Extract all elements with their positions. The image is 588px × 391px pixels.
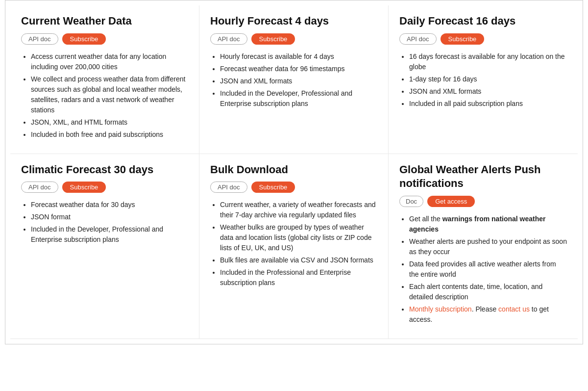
list-item: Each alert contents date, time, location… bbox=[409, 282, 567, 302]
list-item: Included in all paid subscription plans bbox=[409, 99, 567, 109]
api-doc-button-hourly-forecast[interactable]: API doc bbox=[210, 33, 247, 45]
main-container: Current Weather Data API doc Subscribe A… bbox=[5, 0, 583, 344]
doc-button-global-weather-alerts[interactable]: Doc bbox=[399, 196, 423, 207]
btn-row-global-weather-alerts: Doc Get access bbox=[399, 196, 567, 207]
card-title-global-weather-alerts: Global Weather Alerts Push notifications bbox=[399, 163, 567, 191]
card-daily-forecast: Daily Forecast 16 days API doc Subscribe… bbox=[389, 5, 578, 154]
list-item: Hourly forecast is available for 4 days bbox=[220, 52, 377, 62]
btn-row-bulk-download: API doc Subscribe bbox=[210, 182, 377, 193]
features-list-climatic-forecast: Forecast weather data for 30 days JSON f… bbox=[21, 200, 188, 245]
list-item: JSON and XML formats bbox=[409, 86, 567, 97]
api-doc-button-climatic-forecast[interactable]: API doc bbox=[21, 182, 58, 193]
list-item: We collect and process weather data from… bbox=[31, 74, 188, 115]
list-item: Included in the Professional and Enterpr… bbox=[220, 267, 377, 288]
contact-us-link[interactable]: contact us bbox=[498, 305, 530, 313]
list-item: Forecast weather data for 96 timestamps bbox=[220, 64, 377, 74]
list-item: Current weather, a variety of weather fo… bbox=[220, 200, 377, 220]
card-title-daily-forecast: Daily Forecast 16 days bbox=[399, 14, 567, 28]
list-item: Bulk files are available via CSV and JSO… bbox=[220, 255, 377, 265]
api-doc-button-bulk-download[interactable]: API doc bbox=[210, 182, 247, 193]
list-item: Data feed provides all active weather al… bbox=[409, 259, 567, 280]
card-current-weather: Current Weather Data API doc Subscribe A… bbox=[10, 5, 199, 154]
btn-row-hourly-forecast: API doc Subscribe bbox=[210, 33, 377, 45]
list-item: Weather alerts are pushed to your endpoi… bbox=[409, 236, 567, 257]
subscribe-button-hourly-forecast[interactable]: Subscribe bbox=[251, 33, 295, 45]
list-item: JSON and XML formats bbox=[220, 76, 377, 86]
monthly-subscription-link[interactable]: Monthly subscription bbox=[409, 305, 472, 313]
api-doc-button-daily-forecast[interactable]: API doc bbox=[399, 33, 437, 45]
get-access-button-global-weather-alerts[interactable]: Get access bbox=[427, 196, 475, 207]
list-item: Get all the warnings from national weath… bbox=[409, 214, 567, 235]
card-title-current-weather: Current Weather Data bbox=[21, 14, 188, 28]
features-list-current-weather: Access current weather data for any loca… bbox=[21, 52, 188, 140]
btn-row-current-weather: API doc Subscribe bbox=[21, 33, 188, 45]
list-item: Access current weather data for any loca… bbox=[31, 52, 188, 72]
list-item: Monthly subscription. Please contact us … bbox=[409, 304, 567, 325]
list-item: 1-day step for 16 days bbox=[409, 74, 567, 84]
cards-grid: Current Weather Data API doc Subscribe A… bbox=[10, 5, 578, 339]
card-global-weather-alerts: Global Weather Alerts Push notifications… bbox=[389, 154, 578, 339]
features-list-global-weather-alerts: Get all the warnings from national weath… bbox=[399, 214, 567, 325]
list-item: Included in the Developer, Professional … bbox=[220, 88, 377, 109]
card-title-climatic-forecast: Climatic Forecast 30 days bbox=[21, 163, 188, 177]
features-list-bulk-download: Current weather, a variety of weather fo… bbox=[210, 200, 377, 288]
list-item: JSON format bbox=[31, 212, 188, 222]
card-title-bulk-download: Bulk Download bbox=[210, 163, 377, 177]
list-item: Forecast weather data for 30 days bbox=[31, 200, 188, 210]
list-item: Weather bulks are grouped by types of we… bbox=[220, 222, 377, 253]
api-doc-button-current-weather[interactable]: API doc bbox=[21, 33, 58, 45]
list-item: JSON, XML, and HTML formats bbox=[31, 117, 188, 128]
subscribe-button-daily-forecast[interactable]: Subscribe bbox=[441, 33, 485, 45]
card-bulk-download: Bulk Download API doc Subscribe Current … bbox=[199, 154, 389, 339]
subscribe-button-climatic-forecast[interactable]: Subscribe bbox=[62, 182, 106, 193]
btn-row-daily-forecast: API doc Subscribe bbox=[399, 33, 567, 45]
features-list-hourly-forecast: Hourly forecast is available for 4 days … bbox=[210, 52, 377, 109]
features-list-daily-forecast: 16 days forecast is available for any lo… bbox=[399, 52, 567, 109]
subscribe-button-current-weather[interactable]: Subscribe bbox=[62, 33, 106, 45]
card-hourly-forecast: Hourly Forecast 4 days API doc Subscribe… bbox=[199, 5, 389, 154]
card-title-hourly-forecast: Hourly Forecast 4 days bbox=[210, 14, 377, 28]
subscribe-button-bulk-download[interactable]: Subscribe bbox=[251, 182, 295, 193]
list-item: 16 days forecast is available for any lo… bbox=[409, 52, 567, 72]
list-item: Included in the Developer, Professional … bbox=[31, 224, 188, 245]
list-item: Included in both free and paid subscript… bbox=[31, 130, 188, 140]
bold-text: warnings from national weather agencies bbox=[409, 215, 546, 233]
btn-row-climatic-forecast: API doc Subscribe bbox=[21, 182, 188, 193]
card-climatic-forecast: Climatic Forecast 30 days API doc Subscr… bbox=[10, 154, 199, 339]
